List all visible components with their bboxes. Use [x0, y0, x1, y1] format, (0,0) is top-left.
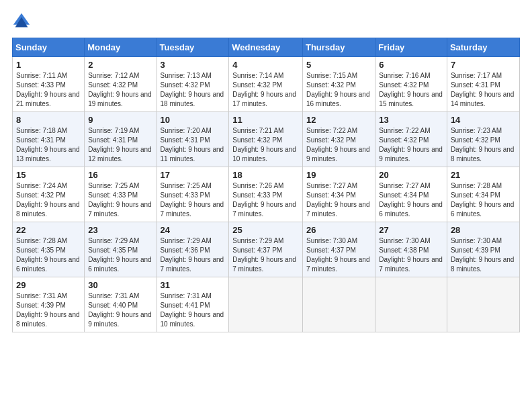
calendar-cell: 8Sunrise: 7:18 AMSunset: 4:31 PMDaylight…: [13, 112, 85, 167]
calendar-cell: [229, 277, 303, 332]
day-number: 6: [379, 60, 443, 70]
day-info: Sunrise: 7:22 AMSunset: 4:32 PMDaylight:…: [306, 127, 370, 163]
day-number: 20: [379, 170, 443, 180]
calendar-cell: 30Sunrise: 7:31 AMSunset: 4:40 PMDayligh…: [85, 277, 157, 332]
header-day-thursday: Thursday: [302, 38, 375, 57]
calendar-cell: 7Sunrise: 7:17 AMSunset: 4:31 PMDaylight…: [447, 57, 519, 112]
day-info: Sunrise: 7:29 AMSunset: 4:37 PMDaylight:…: [232, 237, 296, 273]
calendar-cell: 6Sunrise: 7:16 AMSunset: 4:32 PMDaylight…: [375, 57, 447, 112]
day-info: Sunrise: 7:29 AMSunset: 4:36 PMDaylight:…: [161, 237, 224, 273]
day-info: Sunrise: 7:30 AMSunset: 4:37 PMDaylight:…: [306, 237, 370, 273]
calendar-cell: [375, 277, 447, 332]
day-number: 29: [16, 280, 81, 290]
calendar-cell: 4Sunrise: 7:14 AMSunset: 4:32 PMDaylight…: [229, 57, 303, 112]
calendar-cell: 5Sunrise: 7:15 AMSunset: 4:32 PMDaylight…: [302, 57, 375, 112]
header: [12, 12, 520, 31]
day-info: Sunrise: 7:22 AMSunset: 4:32 PMDaylight:…: [379, 127, 443, 163]
page: SundayMondayTuesdayWednesdayThursdayFrid…: [0, 0, 532, 411]
calendar-cell: 22Sunrise: 7:28 AMSunset: 4:35 PMDayligh…: [13, 222, 85, 277]
day-number: 25: [232, 225, 299, 235]
calendar-cell: 14Sunrise: 7:23 AMSunset: 4:32 PMDayligh…: [447, 112, 519, 167]
day-info: Sunrise: 7:11 AMSunset: 4:33 PMDaylight:…: [16, 72, 80, 107]
day-info: Sunrise: 7:30 AMSunset: 4:38 PMDaylight:…: [379, 237, 443, 273]
day-info: Sunrise: 7:31 AMSunset: 4:40 PMDaylight:…: [88, 292, 152, 328]
header-day-friday: Friday: [375, 38, 447, 57]
calendar-cell: 12Sunrise: 7:22 AMSunset: 4:32 PMDayligh…: [302, 112, 375, 167]
day-number: 12: [306, 115, 371, 125]
calendar-cell: 13Sunrise: 7:22 AMSunset: 4:32 PMDayligh…: [375, 112, 447, 167]
day-number: 11: [232, 115, 299, 125]
calendar-cell: 18Sunrise: 7:26 AMSunset: 4:33 PMDayligh…: [229, 167, 303, 222]
header-day-saturday: Saturday: [447, 38, 519, 57]
day-number: 9: [88, 115, 152, 125]
day-info: Sunrise: 7:12 AMSunset: 4:32 PMDaylight:…: [88, 72, 152, 107]
day-number: 17: [161, 170, 226, 180]
calendar-cell: 27Sunrise: 7:30 AMSunset: 4:38 PMDayligh…: [375, 222, 447, 277]
day-info: Sunrise: 7:13 AMSunset: 4:32 PMDaylight:…: [161, 72, 224, 107]
calendar-cell: [302, 277, 375, 332]
calendar-cell: 15Sunrise: 7:24 AMSunset: 4:32 PMDayligh…: [13, 167, 85, 222]
day-number: 27: [379, 225, 443, 235]
day-info: Sunrise: 7:31 AMSunset: 4:41 PMDaylight:…: [161, 292, 224, 328]
day-info: Sunrise: 7:30 AMSunset: 4:39 PMDaylight:…: [451, 237, 515, 273]
calendar-body: 1Sunrise: 7:11 AMSunset: 4:33 PMDaylight…: [13, 57, 520, 332]
day-number: 16: [88, 170, 152, 180]
week-row-3: 15Sunrise: 7:24 AMSunset: 4:32 PMDayligh…: [13, 167, 520, 222]
day-info: Sunrise: 7:28 AMSunset: 4:34 PMDaylight:…: [451, 182, 515, 218]
day-info: Sunrise: 7:17 AMSunset: 4:31 PMDaylight:…: [451, 72, 515, 107]
calendar-cell: 2Sunrise: 7:12 AMSunset: 4:32 PMDaylight…: [85, 57, 157, 112]
day-info: Sunrise: 7:15 AMSunset: 4:32 PMDaylight:…: [306, 72, 370, 107]
calendar-cell: 20Sunrise: 7:27 AMSunset: 4:34 PMDayligh…: [375, 167, 447, 222]
calendar-table: SundayMondayTuesdayWednesdayThursdayFrid…: [12, 38, 520, 332]
day-info: Sunrise: 7:25 AMSunset: 4:33 PMDaylight:…: [161, 182, 224, 218]
day-number: 31: [161, 280, 226, 290]
day-info: Sunrise: 7:26 AMSunset: 4:33 PMDaylight:…: [232, 182, 296, 218]
header-day-monday: Monday: [85, 38, 157, 57]
day-number: 30: [88, 280, 152, 290]
calendar-cell: 24Sunrise: 7:29 AMSunset: 4:36 PMDayligh…: [157, 222, 229, 277]
week-row-5: 29Sunrise: 7:31 AMSunset: 4:39 PMDayligh…: [13, 277, 520, 332]
week-row-1: 1Sunrise: 7:11 AMSunset: 4:33 PMDaylight…: [13, 57, 520, 112]
day-number: 22: [16, 225, 81, 235]
calendar-cell: 26Sunrise: 7:30 AMSunset: 4:37 PMDayligh…: [302, 222, 375, 277]
day-info: Sunrise: 7:28 AMSunset: 4:35 PMDaylight:…: [16, 237, 80, 273]
day-number: 1: [16, 60, 81, 70]
calendar-cell: [447, 277, 519, 332]
day-info: Sunrise: 7:21 AMSunset: 4:32 PMDaylight:…: [232, 127, 296, 163]
day-info: Sunrise: 7:19 AMSunset: 4:31 PMDaylight:…: [88, 127, 152, 163]
header-day-tuesday: Tuesday: [157, 38, 229, 57]
day-info: Sunrise: 7:31 AMSunset: 4:39 PMDaylight:…: [16, 292, 80, 328]
day-info: Sunrise: 7:23 AMSunset: 4:32 PMDaylight:…: [451, 127, 515, 163]
header-day-wednesday: Wednesday: [229, 38, 303, 57]
day-info: Sunrise: 7:20 AMSunset: 4:31 PMDaylight:…: [161, 127, 224, 163]
day-info: Sunrise: 7:24 AMSunset: 4:32 PMDaylight:…: [16, 182, 80, 218]
calendar-cell: 25Sunrise: 7:29 AMSunset: 4:37 PMDayligh…: [229, 222, 303, 277]
header-day-sunday: Sunday: [13, 38, 85, 57]
day-number: 14: [451, 115, 516, 125]
calendar-cell: 23Sunrise: 7:29 AMSunset: 4:35 PMDayligh…: [85, 222, 157, 277]
day-info: Sunrise: 7:29 AMSunset: 4:35 PMDaylight:…: [88, 237, 152, 273]
day-info: Sunrise: 7:27 AMSunset: 4:34 PMDaylight:…: [306, 182, 370, 218]
day-number: 4: [232, 60, 299, 70]
day-number: 24: [161, 225, 226, 235]
week-row-2: 8Sunrise: 7:18 AMSunset: 4:31 PMDaylight…: [13, 112, 520, 167]
day-info: Sunrise: 7:16 AMSunset: 4:32 PMDaylight:…: [379, 72, 443, 107]
logo-icon: [12, 12, 31, 31]
day-number: 10: [161, 115, 226, 125]
day-number: 13: [379, 115, 443, 125]
day-number: 2: [88, 60, 152, 70]
calendar-cell: 10Sunrise: 7:20 AMSunset: 4:31 PMDayligh…: [157, 112, 229, 167]
day-number: 19: [306, 170, 371, 180]
day-number: 8: [16, 115, 81, 125]
day-info: Sunrise: 7:18 AMSunset: 4:31 PMDaylight:…: [16, 127, 80, 163]
day-number: 23: [88, 225, 152, 235]
calendar-cell: 21Sunrise: 7:28 AMSunset: 4:34 PMDayligh…: [447, 167, 519, 222]
calendar-header: SundayMondayTuesdayWednesdayThursdayFrid…: [13, 38, 520, 57]
calendar-cell: 1Sunrise: 7:11 AMSunset: 4:33 PMDaylight…: [13, 57, 85, 112]
day-info: Sunrise: 7:25 AMSunset: 4:33 PMDaylight:…: [88, 182, 152, 218]
day-number: 3: [161, 60, 226, 70]
day-number: 26: [306, 225, 371, 235]
calendar-cell: 19Sunrise: 7:27 AMSunset: 4:34 PMDayligh…: [302, 167, 375, 222]
calendar-cell: 31Sunrise: 7:31 AMSunset: 4:41 PMDayligh…: [157, 277, 229, 332]
calendar-cell: 28Sunrise: 7:30 AMSunset: 4:39 PMDayligh…: [447, 222, 519, 277]
